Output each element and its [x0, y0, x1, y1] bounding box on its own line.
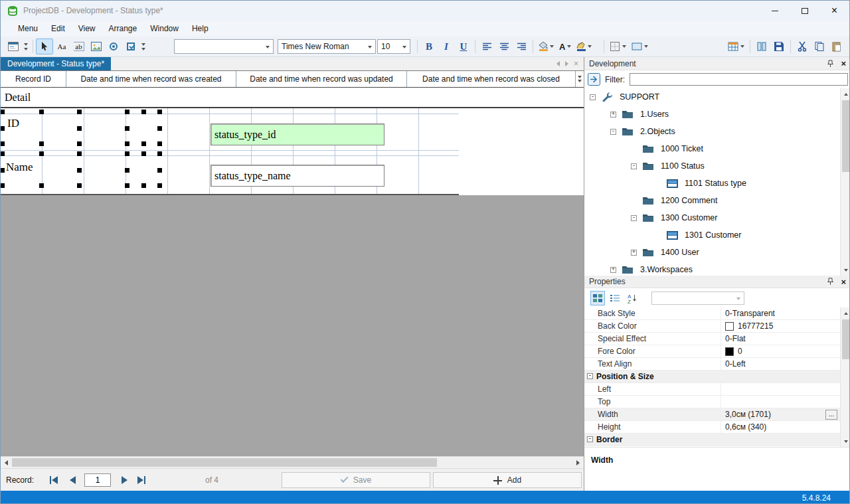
selection-handle[interactable] [0, 110, 5, 114]
scrollbar-thumb[interactable] [842, 319, 850, 359]
selection-handle[interactable] [77, 183, 82, 188]
property-value[interactable] [721, 383, 840, 395]
selection-handle[interactable] [0, 151, 5, 156]
column-overflow-icon[interactable] [576, 71, 584, 87]
horizontal-scrollbar[interactable] [1, 456, 584, 468]
collapse-icon[interactable]: - [590, 94, 596, 100]
menu-item-window[interactable]: Window [143, 21, 185, 36]
collapse-icon[interactable]: - [631, 215, 637, 221]
checkbox-tool-button[interactable] [122, 39, 139, 54]
save-record-button[interactable]: Save [282, 472, 430, 488]
color-swatch[interactable] [725, 322, 734, 331]
bold-button[interactable]: B [420, 39, 438, 54]
collapse-icon[interactable]: - [631, 163, 637, 169]
first-record-button[interactable] [46, 473, 62, 487]
toolbar-overflow-icon[interactable] [22, 39, 30, 54]
selection-handle[interactable] [39, 183, 44, 188]
properties-scrollbar[interactable] [840, 307, 850, 447]
selection-handle[interactable] [125, 110, 129, 114]
line-color-button[interactable] [574, 39, 594, 54]
property-row-back-color[interactable]: Back Color 16777215 [584, 320, 850, 333]
image-tool-button[interactable] [88, 39, 105, 54]
menu-item-view[interactable]: View [72, 21, 102, 36]
selection-handle[interactable] [0, 141, 5, 146]
property-row-left[interactable]: Left [584, 383, 850, 396]
selection-handle[interactable] [0, 168, 5, 173]
selection-handle[interactable] [0, 126, 5, 131]
selection-handle[interactable] [157, 151, 162, 156]
collapse-icon[interactable]: - [610, 129, 616, 135]
textbox-status-type-name[interactable]: status_type_name [211, 165, 384, 187]
scroll-down-icon[interactable] [841, 264, 850, 276]
selection-handle[interactable] [0, 183, 5, 188]
property-category-border[interactable]: - Border [584, 434, 850, 446]
property-value[interactable]: 0 [721, 345, 840, 357]
property-row-height[interactable]: Height 0,6см (340) [584, 421, 850, 434]
selection-handle[interactable] [125, 168, 129, 173]
selection-handle[interactable] [77, 151, 82, 156]
previous-record-button[interactable] [64, 473, 80, 487]
style-combobox[interactable] [174, 39, 274, 54]
tree-item-1300-customer[interactable]: - 1300 Customer [584, 209, 850, 226]
tree-item-1301-customer[interactable]: 1301 Customer [584, 226, 850, 244]
selection-handles[interactable] [2, 153, 80, 186]
save-button[interactable] [770, 39, 788, 54]
property-row-special-effect[interactable]: Special Effect 0-Flat [584, 333, 850, 345]
selection-handle[interactable] [125, 126, 129, 131]
pointer-tool-button[interactable] [36, 39, 53, 54]
tree-item-support[interactable]: - SUPPORT [584, 88, 850, 106]
table-button[interactable] [725, 39, 747, 54]
columns-button[interactable] [753, 39, 770, 54]
scroll-up-icon[interactable] [841, 88, 850, 100]
selection-handle[interactable] [77, 110, 82, 114]
selection-handles[interactable] [127, 153, 160, 186]
next-record-button[interactable] [116, 473, 132, 487]
tree-item-1200-comment[interactable]: 1200 Comment [584, 192, 850, 209]
close-icon[interactable]: × [841, 59, 846, 68]
tree-item-1000-ticket[interactable]: 1000 Ticket [584, 140, 850, 157]
expand-icon[interactable]: + [610, 267, 616, 273]
borders-button[interactable] [607, 39, 629, 54]
tree-item-1101-status-type[interactable]: 1101 Status type [584, 175, 850, 192]
property-value[interactable]: 3,0см (1701) [721, 408, 840, 420]
filter-go-button[interactable] [587, 73, 600, 86]
close-button[interactable]: × [819, 1, 849, 21]
sort-button[interactable]: A Z [625, 291, 639, 305]
menu-item-edit[interactable]: Edit [44, 21, 72, 36]
label-tool-button[interactable]: Aa [53, 39, 70, 54]
design-surface[interactable]: ID Name status_type_id status_type_name [1, 108, 584, 195]
maximize-button[interactable] [790, 1, 819, 21]
menu-item-arrange[interactable]: Arrange [102, 21, 144, 36]
scroll-right-icon[interactable] [572, 457, 584, 468]
fill-color-button[interactable] [536, 39, 556, 54]
column-updated[interactable]: Date and time when record was updated [236, 71, 407, 87]
property-row-back-style[interactable]: Back Style 0-Transparent [584, 307, 850, 320]
selection-handle[interactable] [157, 141, 162, 146]
font-size-combobox[interactable]: 10 [377, 39, 410, 54]
selection-handle[interactable] [141, 183, 146, 188]
filter-input[interactable] [630, 73, 848, 86]
property-row-text-align[interactable]: Text Align 0-Left [584, 358, 850, 371]
property-value[interactable]: 0-Transparent [721, 307, 840, 319]
pin-icon[interactable] [827, 278, 834, 286]
add-record-button[interactable]: Add [433, 472, 582, 488]
tree-item-objects[interactable]: - 2.Objects [584, 123, 850, 140]
textbox-status-type-id[interactable]: status_type_id [211, 124, 384, 145]
property-value[interactable] [721, 396, 840, 408]
italic-button[interactable]: I [438, 39, 455, 54]
radio-tool-button[interactable] [105, 39, 122, 54]
form-designer-button[interactable] [5, 39, 22, 54]
font-color-button[interactable]: A [556, 39, 574, 54]
collapse-icon[interactable]: - [587, 373, 593, 379]
scrollbar-thumb[interactable] [12, 458, 437, 467]
pin-icon[interactable] [827, 60, 834, 68]
selection-handle[interactable] [141, 141, 146, 146]
tree-item-1100-status[interactable]: - 1100 Status [584, 157, 850, 175]
last-record-button[interactable] [133, 473, 149, 487]
expand-icon[interactable]: + [631, 250, 637, 256]
property-row-top[interactable]: Top [584, 396, 850, 408]
tree-item-1400-user[interactable]: + 1400 User [584, 244, 850, 261]
tab-close-icon[interactable]: × [574, 60, 578, 68]
shape-button[interactable] [629, 39, 651, 54]
selection-handles[interactable] [127, 112, 160, 144]
